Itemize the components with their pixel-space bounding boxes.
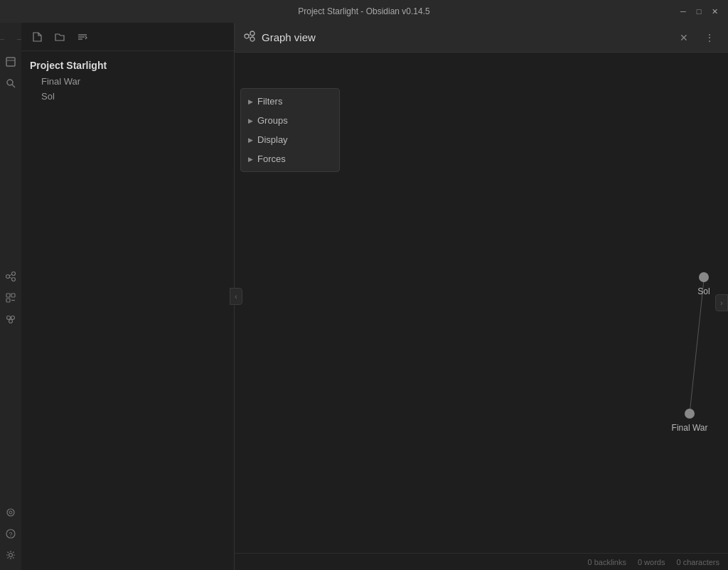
svg-rect-9 — [6, 294, 10, 297]
svg-point-24 — [245, 34, 249, 38]
graph-view-icon — [243, 30, 256, 45]
collapse-sidebar-button[interactable]: ‹ — [230, 288, 242, 305]
backlinks-status: 0 backlinks — [588, 558, 626, 566]
file-final-war[interactable]: Final War — [21, 74, 234, 89]
svg-line-3 — [12, 85, 15, 87]
graph-header: Graph view ✕ ⋮ — [235, 23, 728, 53]
groups-control[interactable]: ▶ Groups — [241, 111, 339, 130]
filters-label: Filters — [257, 96, 282, 107]
groups-label: Groups — [257, 115, 288, 126]
svg-rect-11 — [6, 299, 10, 302]
nav-back-button[interactable]: ← — [0, 31, 9, 47]
maximize-button[interactable]: □ — [694, 6, 704, 16]
vault-icon[interactable] — [1, 53, 20, 71]
collapse-right-button[interactable]: › — [715, 294, 728, 311]
final-war-node[interactable] — [685, 409, 695, 419]
characters-status: 0 characters — [676, 558, 719, 566]
help-ribbon-icon[interactable]: ? — [1, 525, 20, 543]
close-button[interactable]: ✕ — [710, 6, 719, 16]
project-folder[interactable]: Project Starlight — [21, 57, 234, 74]
display-arrow-icon: ▶ — [248, 136, 253, 144]
settings-ribbon-icon[interactable] — [1, 546, 20, 564]
svg-point-26 — [250, 37, 255, 41]
new-note-button[interactable] — [27, 27, 47, 47]
file-sol[interactable]: Sol — [21, 89, 234, 104]
graph-ribbon-icon[interactable] — [1, 267, 20, 286]
sol-node-label: Sol — [697, 286, 710, 296]
forces-label: Forces — [257, 154, 286, 164]
svg-line-7 — [9, 274, 12, 276]
snapshot-ribbon-icon[interactable] — [1, 503, 20, 522]
search-ribbon-icon[interactable] — [1, 74, 20, 92]
svg-point-14 — [11, 316, 15, 320]
sidebar-toolbar — [21, 23, 234, 51]
svg-point-5 — [12, 272, 16, 276]
titlebar: Project Starlight - Obsidian v0.14.5 ─ □… — [0, 0, 728, 23]
svg-rect-0 — [6, 58, 15, 66]
svg-point-4 — [6, 275, 10, 279]
ribbon: ← → — [0, 23, 21, 570]
display-label: Display — [257, 134, 288, 145]
sort-button[interactable] — [73, 27, 92, 47]
new-folder-button[interactable] — [50, 27, 70, 47]
graph-controls-panel: ▶ Filters ▶ Groups ▶ Display ▶ Forces — [240, 88, 340, 172]
svg-point-13 — [7, 316, 11, 320]
sidebar-content: Project Starlight Final War Sol — [21, 51, 234, 570]
svg-point-2 — [7, 80, 13, 85]
svg-rect-10 — [11, 294, 15, 297]
minimize-button[interactable]: ─ — [678, 6, 688, 16]
forces-arrow-icon: ▶ — [248, 156, 253, 163]
display-control[interactable]: ▶ Display — [241, 130, 339, 149]
svg-point-15 — [9, 320, 13, 323]
svg-point-20 — [9, 554, 13, 557]
graph-panel: Graph view ✕ ⋮ ▶ Filters ▶ Groups ▶ Disp… — [235, 23, 728, 570]
graph-canvas[interactable]: ▶ Filters ▶ Groups ▶ Display ▶ Forces › — [235, 53, 728, 553]
backlinks-ribbon-icon[interactable] — [1, 289, 20, 307]
groups-arrow-icon: ▶ — [248, 117, 253, 124]
forces-control[interactable]: ▶ Forces — [241, 149, 339, 168]
statusbar: 0 backlinks 0 words 0 characters — [235, 553, 728, 570]
svg-point-17 — [9, 511, 12, 514]
close-graph-button[interactable]: ✕ — [674, 28, 694, 48]
sol-node[interactable] — [699, 272, 709, 282]
final-war-node-label: Final War — [672, 423, 708, 433]
community-ribbon-icon[interactable] — [1, 310, 20, 328]
svg-point-6 — [12, 278, 16, 281]
svg-point-16 — [7, 509, 14, 516]
svg-line-8 — [9, 277, 12, 279]
filters-arrow-icon: ▶ — [248, 98, 253, 105]
graph-edge — [690, 280, 704, 414]
filters-control[interactable]: ▶ Filters — [241, 92, 339, 111]
app-body: ← → — [0, 23, 728, 570]
window-controls: ─ □ ✕ — [678, 6, 719, 16]
window-title: Project Starlight - Obsidian v0.14.5 — [298, 6, 429, 16]
sidebar: Project Starlight Final War Sol ‹ — [21, 23, 235, 570]
words-status: 0 words — [638, 558, 665, 566]
svg-point-25 — [250, 31, 255, 36]
graph-more-button[interactable]: ⋮ — [700, 28, 719, 48]
graph-view-title: Graph view — [262, 31, 316, 43]
svg-text:?: ? — [9, 531, 13, 538]
